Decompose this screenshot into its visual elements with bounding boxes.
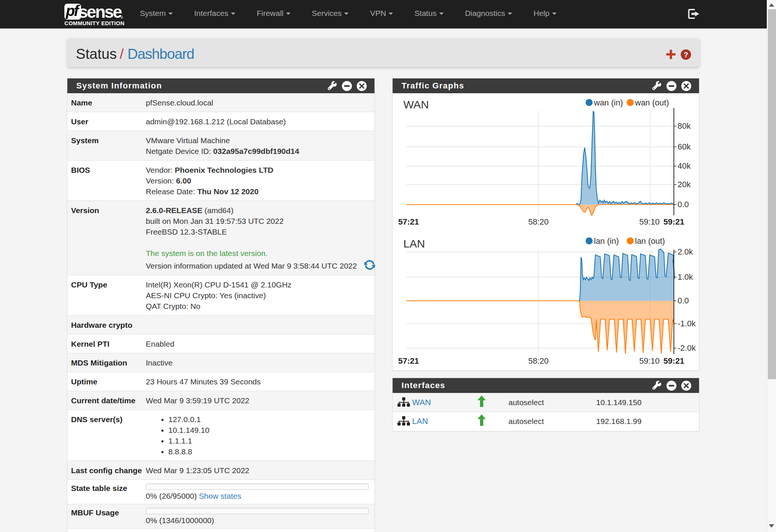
svg-text:2.0k: 2.0k (678, 247, 693, 256)
svg-text:59:21: 59:21 (664, 217, 684, 226)
svg-text:59:10: 59:10 (639, 356, 659, 366)
svg-text:1.0k: 1.0k (678, 272, 693, 282)
svg-text:wan (out): wan (out) (635, 98, 669, 107)
svg-text:59:21: 59:21 (664, 356, 684, 366)
svg-text:60k: 60k (678, 142, 691, 151)
svg-text:58:20: 58:20 (528, 356, 548, 366)
svg-text:lan (out): lan (out) (635, 236, 665, 246)
svg-text:57:21: 57:21 (398, 356, 419, 366)
svg-text:0.0: 0.0 (678, 296, 689, 305)
svg-text:20k: 20k (678, 180, 691, 189)
svg-text:80k: 80k (678, 121, 691, 131)
svg-text:?: ? (683, 51, 688, 59)
svg-text:®: ® (121, 16, 123, 20)
svg-text:58:20: 58:20 (528, 217, 548, 226)
svg-text:40k: 40k (678, 161, 691, 171)
svg-text:59:10: 59:10 (639, 217, 659, 226)
svg-text:-1.0k: -1.0k (678, 319, 696, 328)
svg-text:WAN: WAN (403, 98, 429, 111)
svg-text:0.0: 0.0 (678, 200, 689, 209)
svg-text:wan (in): wan (in) (594, 98, 623, 107)
svg-text:LAN: LAN (403, 238, 425, 250)
svg-text:57:21: 57:21 (398, 217, 419, 226)
svg-text:sense: sense (78, 3, 122, 20)
svg-text:-2.0k: -2.0k (678, 343, 696, 353)
svg-text:lan (in): lan (in) (594, 236, 619, 246)
